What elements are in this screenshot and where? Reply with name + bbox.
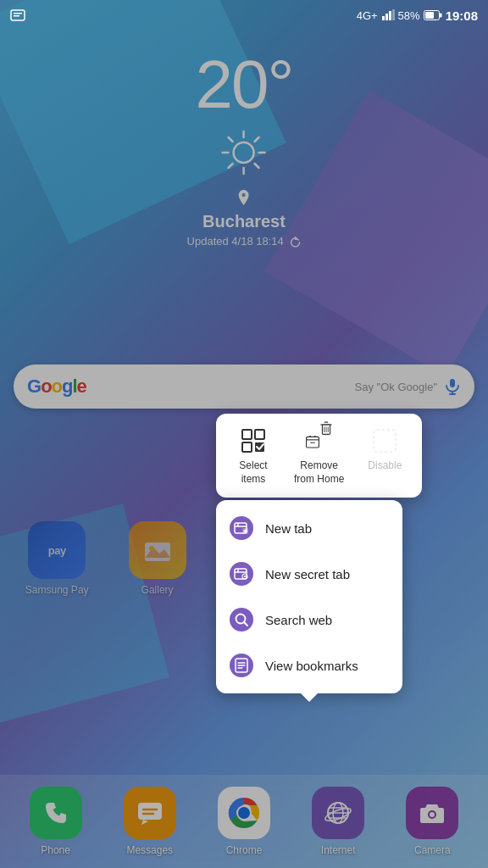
- battery-text: 58%: [398, 9, 420, 22]
- new-tab-label: New tab: [265, 521, 312, 536]
- new-secret-tab-shortcut[interactable]: New secret tab: [216, 551, 402, 597]
- svg-rect-8: [425, 12, 434, 19]
- svg-rect-27: [242, 430, 252, 439]
- view-bookmarks-shortcut[interactable]: View bookmarks: [216, 643, 402, 688]
- svg-rect-9: [440, 14, 442, 18]
- battery-icon: [424, 10, 442, 20]
- search-web-shortcut[interactable]: Search web: [216, 597, 402, 643]
- disable-button[interactable]: Disable: [354, 424, 415, 489]
- svg-rect-3: [382, 16, 385, 20]
- disable-label: Disable: [368, 459, 402, 473]
- svg-rect-2: [14, 15, 19, 17]
- select-items-label: Selectitems: [239, 459, 267, 486]
- view-bookmarks-icon: [230, 654, 253, 677]
- new-tab-icon: [230, 516, 253, 540]
- remove-from-home-icon: [306, 427, 333, 454]
- new-tab-shortcut[interactable]: New tab: [216, 505, 402, 551]
- svg-rect-4: [385, 14, 388, 20]
- svg-rect-42: [374, 430, 396, 452]
- context-menu-bottom: New tab New secret tab Search web: [216, 500, 402, 693]
- svg-rect-29: [242, 442, 252, 452]
- notification-icon: [10, 9, 25, 21]
- svg-line-55: [244, 622, 247, 626]
- select-items-button[interactable]: Selectitems: [223, 424, 284, 489]
- status-bar-right: 4G+ 58% 19:08: [357, 8, 478, 23]
- view-bookmarks-label: View bookmarks: [265, 659, 358, 673]
- new-secret-tab-icon: [230, 562, 253, 586]
- new-secret-tab-label: New secret tab: [265, 567, 350, 581]
- status-bar: 4G+ 58% 19:08: [0, 0, 488, 31]
- remove-from-home-button[interactable]: Removefrom Home: [284, 424, 354, 489]
- svg-rect-5: [389, 11, 391, 20]
- time-text: 19:08: [446, 8, 478, 23]
- select-items-icon: [240, 427, 267, 454]
- context-menu-top: Selectitems Removefrom Home: [216, 414, 422, 498]
- svg-rect-28: [255, 430, 264, 439]
- search-web-label: Search web: [265, 613, 332, 627]
- svg-rect-1: [14, 13, 22, 14]
- disable-icon: [371, 427, 398, 454]
- svg-rect-6: [392, 9, 395, 20]
- signal-text: 4G+: [357, 9, 378, 22]
- search-web-icon: [230, 608, 253, 632]
- signal-bars-icon: [381, 9, 395, 21]
- svg-point-53: [244, 576, 246, 577]
- remove-from-home-label: Removefrom Home: [294, 459, 344, 486]
